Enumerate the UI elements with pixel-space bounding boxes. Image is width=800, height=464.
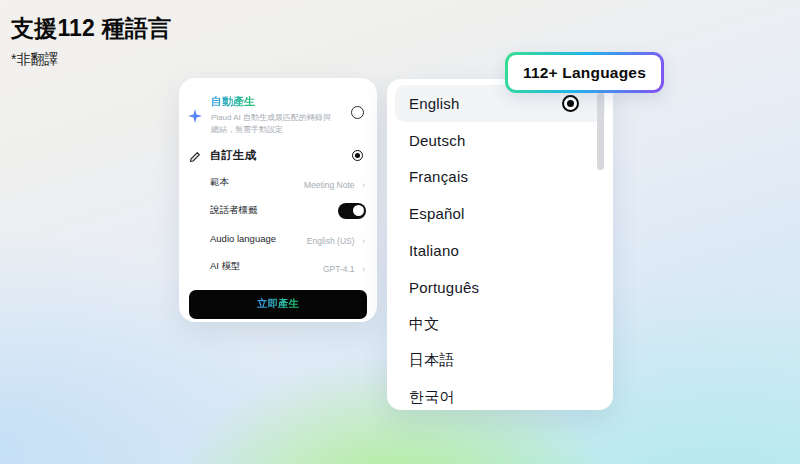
auto-generate-title: 自動產生 [211, 94, 255, 109]
language-item-deutsch[interactable]: Deutsch [395, 122, 605, 159]
page-header: 支援112 種語言 *非翻譯 [11, 13, 171, 69]
language-item-espanol[interactable]: Español [395, 195, 605, 232]
row-value: Meeting Note [304, 180, 355, 190]
settings-rows: 範本 Meeting Note › 說話者標籤 Audio language E… [179, 169, 377, 281]
languages-count-badge: 112+ Languages [505, 52, 664, 93]
chevron-right-icon: › [362, 236, 365, 246]
generate-now-label: 立即產生 [257, 297, 299, 311]
auto-generate-radio[interactable] [351, 106, 364, 119]
sparkle-icon [188, 109, 202, 123]
page-title: 支援112 種語言 [11, 13, 171, 44]
selected-radio-icon[interactable] [562, 95, 579, 112]
toggle-knob [353, 205, 364, 216]
language-item-japanese[interactable]: 日本語 [395, 343, 605, 380]
auto-generate-option[interactable]: 自動產生 Plaud AI 自動生成最匹配的轉錄與總結，無需手動設定 [179, 78, 377, 137]
chevron-right-icon: › [362, 264, 365, 274]
languages-count-label: 112+ Languages [523, 64, 646, 82]
language-item-francais[interactable]: Français [395, 159, 605, 196]
language-item-portugues[interactable]: Português [395, 269, 605, 306]
page-subtitle: *非翻譯 [11, 51, 171, 69]
custom-generate-title: 自訂生成 [210, 148, 352, 163]
settings-row-ai-model[interactable]: AI 模型 GPT-4.1 › [210, 253, 365, 281]
generate-now-button[interactable]: 立即產生 [189, 290, 367, 319]
settings-row-speaker-labels[interactable]: 說話者標籤 [210, 197, 365, 225]
row-label: Audio language [210, 233, 276, 244]
row-value: GPT-4.1 [323, 264, 355, 274]
language-list-panel: English Deutsch Français Español Italian… [387, 79, 613, 410]
scrollbar-thumb[interactable] [597, 93, 604, 170]
custom-generate-option[interactable]: 自訂生成 [179, 148, 377, 163]
row-value: English (US) [307, 236, 355, 246]
row-label: 說話者標籤 [210, 204, 258, 217]
speaker-labels-toggle[interactable] [339, 204, 365, 218]
language-item-korean[interactable]: 한국어 [395, 379, 605, 410]
row-label: AI 模型 [210, 260, 241, 273]
auto-generate-description: Plaud AI 自動生成最匹配的轉錄與總結，無需手動設定 [211, 112, 333, 137]
language-item-italiano[interactable]: Italiano [395, 232, 605, 269]
row-label: 範本 [210, 176, 229, 189]
page-background: 支援112 種語言 *非翻譯 自動產生 Plaud AI 自動生成最匹配的轉錄與… [0, 0, 800, 464]
generation-settings-card: 自動產生 Plaud AI 自動生成最匹配的轉錄與總結，無需手動設定 自訂生成 … [179, 78, 377, 322]
edit-pencil-icon [189, 149, 201, 161]
settings-row-audio-language[interactable]: Audio language English (US) › [210, 225, 365, 253]
language-item-chinese[interactable]: 中文 [395, 306, 605, 343]
settings-row-template[interactable]: 範本 Meeting Note › [210, 169, 365, 197]
chevron-right-icon: › [362, 180, 365, 190]
custom-generate-radio[interactable] [352, 150, 363, 161]
